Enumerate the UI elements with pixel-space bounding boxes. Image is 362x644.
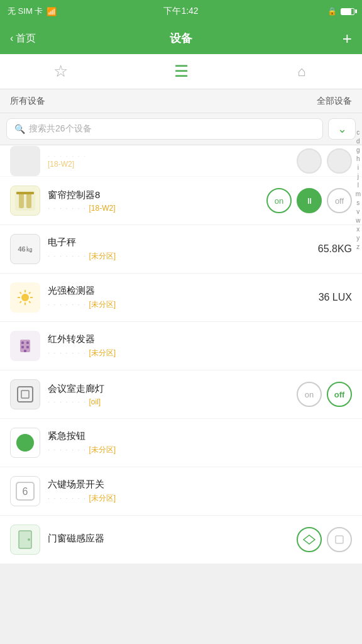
curtain-off-button[interactable]: off	[327, 188, 352, 213]
svg-rect-18	[24, 350, 26, 352]
light-sensor-info: 光强检测器 · · · · · · · [未分区]	[48, 285, 319, 310]
search-placeholder: 搜索共26个设备	[29, 123, 92, 135]
door-ctrl-1	[297, 527, 322, 552]
emergency-svg	[14, 431, 36, 454]
alpha-m[interactable]: m	[356, 190, 361, 199]
light-sensor-name: 光强检测器	[48, 285, 319, 297]
on-label: on	[275, 196, 283, 206]
partial-ctrl-2	[327, 148, 352, 174]
ir-svg	[15, 336, 35, 356]
curtain-on-button[interactable]: on	[266, 188, 292, 213]
svg-line-9	[20, 292, 22, 294]
partial-icon	[10, 146, 40, 176]
partial-ctrl-1	[297, 148, 322, 174]
scene-switch-info: 六键场景开关 · · · · · · · [未分区]	[48, 479, 352, 504]
alpha-i[interactable]: i	[358, 164, 359, 172]
emergency-info: 紧急按钮 · · · · · · · [未分区]	[48, 430, 352, 455]
status-bar-left: 无 SIM 卡 📶	[8, 6, 57, 17]
alpha-w[interactable]: w	[356, 216, 360, 225]
scene-switch-name: 六键场景开关	[48, 479, 352, 491]
on-label: on	[305, 390, 314, 399]
device-item-ir: 红外转发器 · · · · · · · [未分区]	[0, 322, 362, 370]
search-input-wrap[interactable]: 🔍 搜索共26个设备	[6, 118, 323, 140]
status-bar-time: 下午1:42	[163, 6, 198, 17]
page-title: 设备	[170, 31, 192, 46]
alpha-s[interactable]: s	[356, 199, 359, 208]
alpha-x[interactable]: x	[356, 225, 359, 234]
curtain-info: 窗帘控制器8 · · · · · · · [18-W2]	[48, 189, 266, 213]
device-item-emergency: 紧急按钮 · · · · · · · [未分区]	[0, 419, 362, 467]
carrier-label: 无 SIM 卡	[8, 6, 43, 17]
partial-tag: [18-W2]	[48, 160, 297, 169]
filter-bar: 所有设备 全部设备	[0, 89, 362, 113]
search-bar: 🔍 搜索共26个设备 ⌄	[0, 113, 362, 145]
alpha-d[interactable]: d	[356, 137, 360, 146]
alpha-c[interactable]: c	[356, 128, 359, 137]
hall-light-name: 会议室走廊灯	[48, 383, 297, 395]
status-bar: 无 SIM 卡 📶 下午1:42 🔒	[0, 0, 362, 23]
ir-info: 红外转发器 · · · · · · · [未分区]	[48, 333, 352, 358]
emergency-name: 紧急按钮	[48, 430, 352, 442]
device-item-scene-switch: 6 六键场景开关 · · · · · · · [未分区]	[0, 467, 362, 516]
scale-id: · · · · · · · [未分区]	[48, 251, 318, 262]
search-icon: 🔍	[14, 124, 25, 134]
alphabet-scroll[interactable]: c d g h i j l m s v w x y z	[354, 126, 362, 254]
door-sensor-info: 门窗磁感应器	[48, 533, 297, 547]
list-icon: ☰	[174, 62, 189, 81]
alpha-l[interactable]: l	[358, 181, 359, 190]
curtain-icon	[10, 186, 40, 216]
tab-favorites[interactable]: ☆	[0, 54, 121, 89]
hall-light-icon	[10, 379, 40, 409]
battery-icon	[341, 8, 354, 15]
alpha-v[interactable]: v	[356, 208, 359, 216]
ir-name: 红外转发器	[48, 333, 352, 345]
off-label: off	[335, 196, 344, 206]
tab-home[interactable]: ⌂	[241, 54, 362, 89]
curtain-id: · · · · · · · [18-W2]	[48, 204, 266, 213]
partial-dots: · · · · · · ·	[48, 153, 297, 160]
partial-top-item: · · · · · · · [18-W2]	[0, 145, 362, 177]
partial-info: · · · · · · · [18-W2]	[48, 153, 297, 169]
scale-name: 电子秤	[48, 236, 318, 248]
nav-bar: ‹ 首页 设备 +	[0, 23, 362, 54]
add-button[interactable]: +	[343, 30, 352, 47]
back-label: 首页	[16, 32, 36, 45]
svg-line-12	[20, 301, 22, 303]
wifi-icon: 📶	[47, 7, 57, 16]
lock-icon: 🔒	[327, 7, 337, 16]
svg-rect-2	[26, 193, 31, 208]
door-sensor-controls	[297, 527, 352, 552]
hall-light-controls: on off	[297, 382, 352, 407]
svg-point-4	[21, 294, 29, 301]
svg-rect-17	[26, 346, 29, 348]
scale-value: 65.8KG	[318, 243, 352, 255]
door-sensor-name: 门窗磁感应器	[48, 533, 297, 545]
device-item-hall-light: 会议室走廊灯 · · · · · · · [oil] on off	[0, 370, 362, 419]
scale-info: 电子秤 · · · · · · · [未分区]	[48, 236, 318, 262]
svg-rect-20	[21, 391, 29, 398]
chevron-down-icon: ⌄	[337, 122, 347, 136]
alpha-z[interactable]: z	[356, 243, 359, 252]
curtain-controls: on ⏸ off	[266, 188, 352, 213]
alpha-y[interactable]: y	[356, 234, 359, 243]
scene-switch-id: · · · · · · · [未分区]	[48, 493, 352, 504]
ir-id: · · · · · · · [未分区]	[48, 348, 352, 358]
hall-light-off-button[interactable]: off	[327, 382, 352, 407]
curtain-pause-button[interactable]: ⏸	[297, 188, 322, 213]
svg-rect-1	[19, 193, 24, 208]
svg-rect-19	[18, 387, 33, 402]
search-dropdown-button[interactable]: ⌄	[328, 118, 356, 140]
off-label: off	[334, 390, 345, 399]
back-button[interactable]: ‹ 首页	[10, 32, 36, 45]
alpha-j[interactable]: j	[358, 172, 359, 181]
light-sensor-value: 36 LUX	[319, 292, 352, 303]
hall-light-on-button[interactable]: on	[297, 382, 322, 407]
alpha-g[interactable]: g	[356, 146, 360, 155]
alpha-h[interactable]: h	[356, 155, 360, 164]
tab-list[interactable]: ☰	[121, 54, 241, 89]
hall-light-info: 会议室走廊灯 · · · · · · · [oil]	[48, 383, 297, 406]
filter-all-devices: 所有设备	[10, 96, 45, 107]
device-item-scale: 46㎏ 电子秤 · · · · · · · [未分区] 65.8KG	[0, 225, 362, 274]
light-sensor-icon	[10, 282, 40, 313]
light-sensor-id: · · · · · · · [未分区]	[48, 299, 319, 310]
